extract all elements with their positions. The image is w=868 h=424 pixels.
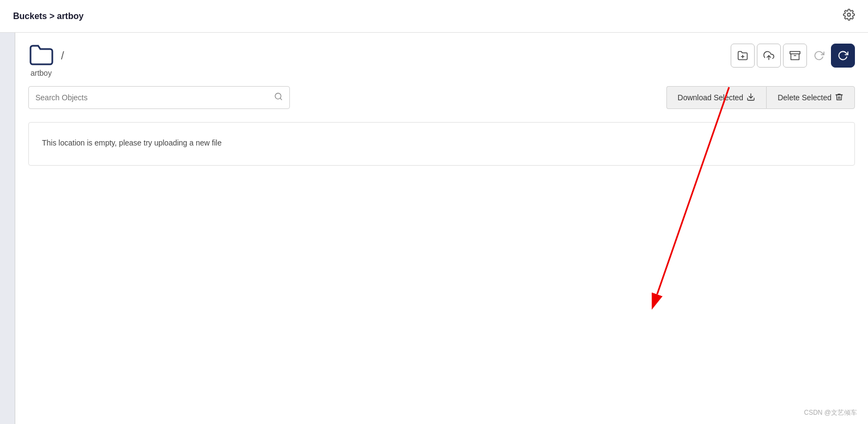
download-icon: [746, 93, 755, 103]
folder-icon: [28, 44, 54, 68]
svg-point-0: [847, 13, 851, 16]
empty-state-box: This location is empty, please try uploa…: [28, 122, 855, 166]
folder-icon-row: /: [28, 44, 64, 68]
svg-rect-4: [790, 52, 800, 54]
search-icon: [274, 92, 283, 103]
empty-state-text: This location is empty, please try uploa…: [42, 138, 222, 147]
folder-name: artboy: [31, 69, 52, 77]
watermark: CSDN @文艺倾车: [804, 408, 857, 417]
settings-icon[interactable]: [843, 9, 855, 24]
download-selected-label: Download Selected: [678, 93, 744, 102]
delete-selected-label: Delete Selected: [778, 93, 831, 102]
upload-button[interactable]: [757, 44, 781, 68]
trash-icon: [835, 93, 843, 103]
action-buttons: Download Selected Delete Selected: [666, 86, 855, 109]
sidebar-strip: [0, 33, 15, 424]
download-selected-button[interactable]: Download Selected: [666, 86, 767, 109]
folder-slash: /: [61, 50, 64, 62]
main-content: / artboy: [15, 33, 868, 424]
reload-button[interactable]: [809, 44, 829, 68]
archive-button[interactable]: [783, 44, 807, 68]
breadcrumb: Buckets > artboy: [13, 11, 83, 21]
search-action-row: Download Selected Delete Selected: [28, 86, 855, 109]
search-input[interactable]: [35, 93, 270, 102]
folder-section: / artboy: [28, 44, 64, 77]
search-box[interactable]: [28, 86, 290, 109]
header: Buckets > artboy: [0, 0, 868, 33]
new-folder-button[interactable]: [731, 44, 755, 68]
toolbar: [731, 44, 855, 68]
svg-line-7: [280, 98, 282, 100]
delete-selected-button[interactable]: Delete Selected: [766, 86, 855, 109]
refresh-button[interactable]: [831, 44, 855, 68]
top-area: / artboy: [28, 44, 855, 77]
